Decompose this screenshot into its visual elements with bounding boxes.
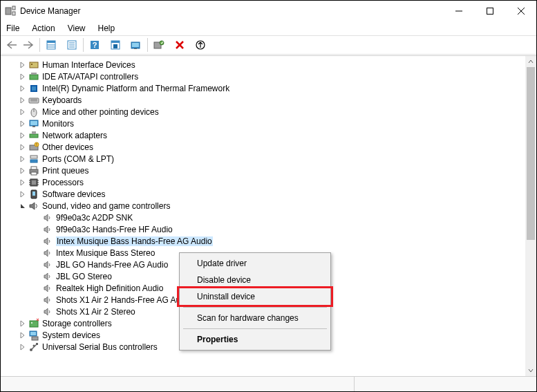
- tree-row[interactable]: Sound, video and game controllers: [5, 200, 525, 212]
- tree-item-label: 9f9e0a3c A2DP SNK: [56, 213, 133, 223]
- context-menu-item[interactable]: Update driver: [182, 255, 328, 272]
- tree-row[interactable]: Intex Musique Bass Hands-Free AG Audio: [5, 235, 525, 247]
- chevron-right-icon[interactable]: [19, 331, 27, 339]
- svg-rect-1: [12, 6, 15, 10]
- ide-icon: [28, 71, 39, 82]
- speaker-icon: [42, 224, 53, 235]
- tree-row[interactable]: Software devices: [5, 188, 525, 200]
- tree-item-label: Intel(R) Dynamic Platform and Thermal Fr…: [42, 84, 229, 93]
- chevron-right-icon[interactable]: [19, 108, 27, 116]
- tree-item-label: Realtek High Definition Audio: [56, 283, 163, 293]
- help-button[interactable]: ?: [87, 37, 102, 53]
- tree-item-label: Keyboards: [42, 95, 82, 105]
- tree-item-label: Other devices: [42, 142, 93, 152]
- chevron-right-icon[interactable]: [19, 73, 27, 81]
- svg-rect-26: [30, 62, 38, 68]
- update-driver-button[interactable]: [193, 37, 208, 53]
- action-button[interactable]: [108, 37, 123, 53]
- tree-item-label: 9f9e0a3c Hands-Free HF Audio: [56, 225, 173, 234]
- tree-row[interactable]: Network adapters: [5, 129, 525, 141]
- menu-separator: [183, 328, 327, 329]
- scroll-thumb[interactable]: [527, 67, 535, 240]
- svg-rect-60: [30, 321, 38, 327]
- svg-rect-8: [47, 41, 55, 43]
- chevron-right-icon: [32, 237, 41, 245]
- svg-rect-27: [31, 64, 32, 65]
- chevron-right-icon[interactable]: [19, 178, 27, 187]
- context-menu-item[interactable]: Scan for hardware changes: [182, 310, 328, 326]
- chevron-right-icon[interactable]: [19, 143, 27, 151]
- chevron-right-icon: [32, 284, 41, 292]
- chevron-right-icon[interactable]: [19, 167, 27, 175]
- chevron-right-icon[interactable]: [19, 120, 27, 128]
- tree-row[interactable]: Keyboards: [5, 94, 525, 106]
- menu-bar: File Action View Help: [1, 21, 536, 35]
- tree-item-label: Intex Musique Bass Hands-Free AG Audio: [56, 236, 213, 246]
- context-menu-item[interactable]: Disable device: [182, 272, 328, 288]
- window-title: Device Manager: [20, 6, 80, 16]
- chevron-down-icon[interactable]: [19, 202, 27, 210]
- scan-hardware-button[interactable]: [151, 37, 167, 53]
- chevron-right-icon[interactable]: [19, 131, 27, 140]
- menu-separator: [183, 307, 327, 308]
- tree-row[interactable]: Intel(R) Dynamic Platform and Thermal Fr…: [5, 82, 525, 94]
- uninstall-button[interactable]: [172, 37, 187, 53]
- properties-button[interactable]: [64, 37, 79, 53]
- speaker-icon: [42, 259, 53, 270]
- menu-action[interactable]: Action: [30, 23, 56, 34]
- vertical-scrollbar[interactable]: [525, 56, 536, 376]
- speaker-icon: [42, 295, 53, 306]
- back-button[interactable]: [4, 37, 19, 53]
- tree-row[interactable]: Mice and other pointing devices: [5, 106, 525, 118]
- maximize-button[interactable]: [474, 1, 505, 21]
- menu-view[interactable]: View: [66, 23, 87, 34]
- close-button[interactable]: [505, 1, 536, 21]
- scroll-down-button[interactable]: [525, 365, 536, 376]
- forward-button[interactable]: [21, 37, 36, 53]
- sound-icon: [28, 200, 39, 212]
- chevron-right-icon[interactable]: [19, 84, 27, 93]
- chevron-right-icon[interactable]: [19, 319, 27, 328]
- chevron-right-icon[interactable]: [19, 190, 27, 198]
- system-icon: [28, 330, 39, 341]
- tree-row[interactable]: Ports (COM & LPT): [5, 153, 525, 165]
- printer-icon: [28, 165, 39, 176]
- tree-row[interactable]: Human Interface Devices: [5, 59, 525, 71]
- status-cell-2: [355, 377, 537, 391]
- show-hide-console-button[interactable]: [44, 37, 59, 53]
- tree-row[interactable]: Monitors: [5, 118, 525, 129]
- scroll-up-button[interactable]: [525, 56, 536, 67]
- chevron-right-icon[interactable]: [19, 61, 27, 69]
- software-icon: [28, 189, 39, 200]
- tree-item-label: Ports (COM & LPT): [42, 154, 114, 164]
- menu-help[interactable]: Help: [97, 23, 117, 34]
- svg-rect-19: [113, 44, 117, 48]
- chevron-right-icon[interactable]: [19, 96, 27, 104]
- tree-item-label: Human Interface Devices: [42, 60, 135, 70]
- tree-row[interactable]: !Other devices: [5, 141, 525, 153]
- svg-rect-45: [30, 156, 37, 158]
- svg-rect-38: [30, 121, 37, 125]
- show-hidden-button[interactable]: [129, 37, 144, 53]
- tree-row[interactable]: IDE ATA/ATAPI controllers: [5, 71, 525, 82]
- tree-row[interactable]: Processors: [5, 176, 525, 188]
- tree-row[interactable]: Print queues: [5, 165, 525, 176]
- svg-rect-68: [36, 343, 38, 345]
- context-menu-item[interactable]: Uninstall device: [182, 288, 328, 305]
- tree-item-label: Network adapters: [42, 131, 107, 140]
- chevron-right-icon[interactable]: [19, 155, 27, 163]
- ports-icon: [28, 153, 39, 165]
- svg-rect-41: [32, 131, 36, 134]
- tree-item-label: Shots X1 Air 2 Stereo: [56, 307, 135, 317]
- chevron-right-icon: [32, 225, 41, 234]
- network-icon: [28, 130, 39, 141]
- svg-rect-28: [30, 75, 38, 80]
- chevron-right-icon[interactable]: [19, 343, 27, 351]
- context-menu-item[interactable]: Properties: [182, 331, 328, 348]
- menu-file[interactable]: File: [5, 23, 21, 34]
- tree-item-label: Monitors: [42, 119, 74, 129]
- svg-rect-31: [32, 86, 36, 91]
- tree-row[interactable]: 9f9e0a3c A2DP SNK: [5, 212, 525, 223]
- tree-row[interactable]: 9f9e0a3c Hands-Free HF Audio: [5, 223, 525, 235]
- minimize-button[interactable]: [443, 1, 474, 21]
